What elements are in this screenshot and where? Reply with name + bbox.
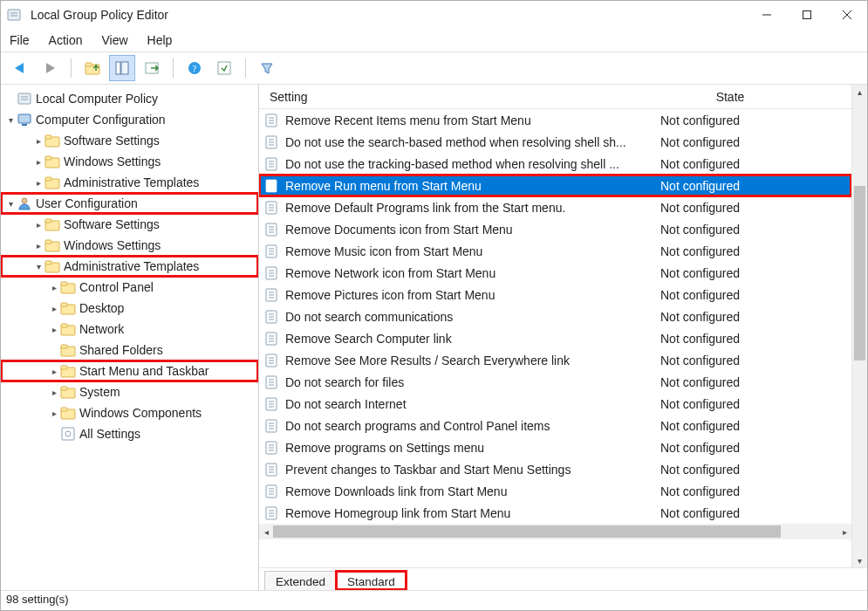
menu-help[interactable]: Help	[147, 33, 173, 47]
console-tree[interactable]: Local Computer Policy ▾ Computer Configu…	[1, 85, 259, 590]
policy-icon	[264, 396, 280, 412]
setting-state: Not configured	[660, 332, 800, 346]
tree-label: User Configuration	[36, 196, 138, 210]
up-button[interactable]	[80, 56, 105, 80]
chevron-down-icon[interactable]: ▾	[32, 262, 44, 271]
setting-name: Remove Homegroup link from Start Menu	[285, 506, 510, 520]
vertical-scrollbar[interactable]: ▴ ▾	[851, 85, 867, 567]
col-state[interactable]: State	[660, 90, 800, 104]
table-row[interactable]: Remove See More Results / Search Everywh…	[259, 349, 851, 371]
svg-rect-23	[121, 62, 128, 74]
table-row[interactable]: Do not search for filesNot configured	[259, 371, 851, 393]
tree-desktop[interactable]: ▸Desktop	[1, 298, 258, 319]
table-row[interactable]: Remove Homegroup link from Start MenuNot…	[259, 502, 851, 524]
help-button[interactable]: ?	[182, 56, 207, 80]
forward-button[interactable]	[38, 56, 62, 80]
export-button[interactable]	[140, 56, 164, 80]
chevron-right-icon[interactable]: ▸	[48, 325, 60, 334]
chevron-right-icon[interactable]: ▸	[32, 220, 44, 230]
chevron-down-icon[interactable]: ▾	[4, 199, 17, 209]
tree-cc-admin[interactable]: ▸Administrative Templates	[1, 172, 258, 193]
policy-icon	[264, 113, 280, 128]
tab-standard[interactable]: Standard	[336, 571, 407, 590]
policy-icon	[264, 418, 280, 434]
menu-action[interactable]: Action	[49, 33, 83, 47]
chevron-down-icon[interactable]: ▾	[4, 115, 17, 125]
table-row[interactable]: Do not use the tracking-based method whe…	[259, 153, 851, 175]
tree-shared-folders[interactable]: Shared Folders	[1, 340, 258, 360]
table-row[interactable]: Remove Documents icon from Start MenuNot…	[259, 218, 851, 240]
svg-text:?: ?	[193, 63, 197, 73]
policy-root-icon	[17, 91, 32, 106]
col-setting[interactable]: Setting	[259, 90, 660, 104]
table-row[interactable]: Do not use the search-based method when …	[259, 131, 851, 153]
chevron-right-icon[interactable]: ▸	[48, 304, 60, 313]
table-row[interactable]: Remove Downloads link from Start MenuNot…	[259, 480, 851, 502]
tree-cc-software[interactable]: ▸Software Settings	[1, 130, 258, 151]
chevron-right-icon[interactable]: ▸	[32, 178, 44, 188]
tree-system[interactable]: ▸System	[1, 381, 258, 402]
column-headers[interactable]: Setting State	[259, 85, 851, 109]
tree-uc-admin[interactable]: ▾ Administrative Templates	[1, 256, 258, 277]
table-row[interactable]: Do not search programs and Control Panel…	[259, 415, 851, 436]
show-hide-tree-button[interactable]	[110, 56, 134, 80]
chevron-right-icon[interactable]: ▸	[48, 283, 60, 292]
chevron-right-icon[interactable]: ▸	[32, 136, 44, 146]
policy-icon	[264, 331, 280, 347]
chevron-right-icon[interactable]: ▸	[48, 367, 60, 376]
table-row[interactable]: Prevent changes to Taskbar and Start Men…	[259, 458, 851, 480]
tree-computer-config[interactable]: ▾ Computer Configuration	[1, 109, 258, 130]
setting-name: Remove Music icon from Start Menu	[285, 244, 482, 258]
menu-view[interactable]: View	[101, 33, 127, 47]
setting-name: Do not use the search-based method when …	[285, 135, 626, 149]
folder-icon	[44, 258, 60, 274]
setting-state: Not configured	[660, 506, 800, 520]
tree-windows-comp[interactable]: ▸Windows Components	[1, 402, 258, 423]
tree-network[interactable]: ▸Network	[1, 319, 258, 340]
folder-icon	[60, 384, 76, 400]
refresh-button[interactable]	[212, 56, 236, 80]
folder-icon	[44, 154, 60, 169]
tree-user-config[interactable]: ▾ User Configuration	[1, 193, 258, 214]
scroll-left-icon[interactable]: ◂	[259, 527, 273, 537]
settings-grid[interactable]: Setting State Remove Recent Items menu f…	[259, 85, 851, 567]
chevron-right-icon[interactable]: ▸	[48, 388, 60, 397]
chevron-right-icon[interactable]: ▸	[32, 157, 44, 167]
tree-control-panel[interactable]: ▸Control Panel	[1, 277, 258, 298]
setting-state: Not configured	[660, 157, 800, 171]
scroll-down-icon[interactable]: ▾	[852, 553, 867, 567]
table-row[interactable]: Do not search communicationsNot configur…	[259, 306, 851, 327]
table-row[interactable]: Remove Search Computer linkNot configure…	[259, 327, 851, 349]
chevron-right-icon[interactable]: ▸	[32, 241, 44, 251]
tree-all-settings[interactable]: All Settings	[1, 423, 258, 444]
chevron-right-icon[interactable]: ▸	[48, 408, 60, 418]
horizontal-scrollbar[interactable]: ◂ ▸	[259, 524, 851, 539]
menu-file[interactable]: File	[10, 33, 30, 47]
tree-uc-windows[interactable]: ▸Windows Settings	[1, 235, 258, 256]
scroll-up-icon[interactable]: ▴	[852, 85, 867, 99]
tree-cc-windows[interactable]: ▸Windows Settings	[1, 151, 258, 172]
table-row[interactable]: Remove programs on Settings menuNot conf…	[259, 436, 851, 458]
table-row[interactable]: Remove Default Programs link from the St…	[259, 196, 851, 218]
table-row[interactable]: Remove Pictures icon from Start MenuNot …	[259, 284, 851, 306]
tab-extended[interactable]: Extended	[264, 571, 337, 590]
table-row[interactable]: Remove Run menu from Start MenuNot confi…	[259, 175, 851, 196]
tree-start-menu[interactable]: ▸Start Menu and Taskbar	[1, 360, 258, 381]
close-button[interactable]	[827, 1, 867, 29]
scrollbar-thumb[interactable]	[273, 525, 781, 538]
maximize-button[interactable]	[787, 1, 827, 29]
scroll-right-icon[interactable]: ▸	[837, 527, 851, 537]
filter-button[interactable]	[255, 56, 279, 80]
table-row[interactable]: Do not search InternetNot configured	[259, 393, 851, 415]
setting-name: Do not search for files	[285, 375, 404, 389]
user-icon	[17, 196, 32, 211]
folder-icon	[44, 175, 60, 190]
table-row[interactable]: Remove Network icon from Start MenuNot c…	[259, 262, 851, 284]
table-row[interactable]: Remove Music icon from Start MenuNot con…	[259, 240, 851, 262]
minimize-button[interactable]	[747, 1, 787, 29]
table-row[interactable]: Remove Recent Items menu from Start Menu…	[259, 109, 851, 131]
tree-root[interactable]: Local Computer Policy	[1, 88, 258, 109]
tree-uc-software[interactable]: ▸Software Settings	[1, 214, 258, 235]
back-button[interactable]	[8, 56, 32, 80]
scrollbar-thumb[interactable]	[854, 186, 865, 360]
